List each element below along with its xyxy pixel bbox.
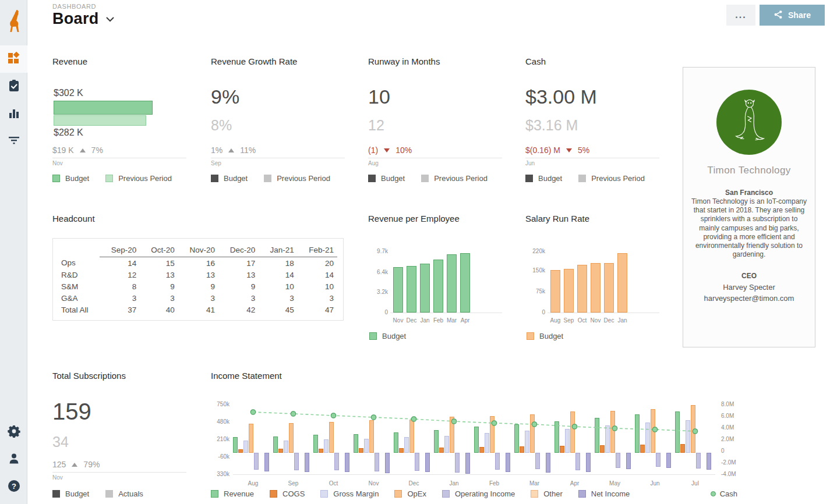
lavender-swatch: [320, 490, 328, 498]
share-button[interactable]: Share: [760, 5, 825, 26]
green_light-swatch: [105, 175, 113, 182]
legend-label: COGS: [282, 489, 305, 498]
kpi-card-runway: Runway in Months 10 12 (1)10% Aug Budget…: [368, 56, 502, 190]
right-axis-tick: 8.0M: [721, 401, 742, 407]
legend-label: Previous Period: [434, 174, 488, 183]
right-axis-tick: 6.0M: [721, 413, 742, 419]
sidebar-spacer: [0, 155, 27, 418]
purple_light-swatch: [442, 490, 450, 498]
legend-item[interactable]: Gross Margin: [320, 489, 379, 498]
green-swatch: [369, 332, 377, 340]
table-row: G&A333333: [60, 292, 337, 304]
legend-item: Previous Period: [105, 174, 172, 183]
income-statement-legend: RevenueCOGSGross MarginOpExOperating Inc…: [211, 489, 762, 498]
bar: [550, 270, 560, 313]
legend-item: Budget: [52, 174, 89, 183]
company-card: Timon Technology San Francisco Timon Tec…: [683, 67, 815, 347]
sidebar-item-reports[interactable]: [0, 100, 27, 127]
kpi-delta: $(0.16) M5%: [525, 145, 589, 155]
x-axis-label: Apr: [563, 480, 587, 487]
divider: [52, 472, 186, 473]
gray-swatch: [421, 175, 429, 182]
row-label: Ops: [60, 257, 100, 269]
table-cell: 47: [298, 304, 337, 315]
dashboard-selector[interactable]: Board: [52, 10, 114, 28]
delta-value: 125: [52, 460, 66, 469]
kpi-bar-value-previous: $282 K: [54, 127, 83, 138]
orange_pale-swatch: [531, 490, 538, 498]
app-logo[interactable]: [0, 0, 27, 45]
y-axis-tick: 75k: [525, 288, 545, 294]
table-cell: 3: [178, 292, 218, 304]
legend-item[interactable]: OpEx: [394, 489, 426, 498]
income-statement-chart: 750k480k210k-60k330k8.0M6.0M4.0M2.0M0-2.…: [211, 396, 764, 489]
sidebar-item-filters[interactable]: [0, 127, 27, 155]
bar: [393, 267, 403, 313]
sidebar-item-help[interactable]: ?: [0, 473, 27, 501]
company-city: San Francisco: [683, 189, 815, 197]
kpi-secondary-value: 12: [368, 117, 384, 134]
chart-legend: Budget: [527, 332, 563, 340]
orange_dark-swatch: [270, 490, 277, 498]
legend-item[interactable]: Budget: [369, 332, 406, 340]
previous-period-bar: [54, 115, 146, 126]
right-axis-tick: -4.0M: [721, 471, 742, 477]
y-axis-tick: 0: [525, 309, 545, 315]
table-cell: 9: [178, 281, 218, 292]
income-statement-title: Income Statement: [211, 371, 282, 381]
legend-label: Previous Period: [277, 174, 330, 183]
table-cell: 10: [259, 281, 297, 292]
table-row: R&D121313131414: [60, 269, 337, 281]
x-axis-label: Jan: [443, 480, 466, 487]
kpi-card-total-subscriptions: Total Subscriptions 159 34 12579% Nov Bu…: [52, 371, 186, 504]
legend-item[interactable]: Operating Income: [442, 489, 515, 498]
purple-swatch: [578, 490, 586, 498]
more-options-button[interactable]: ...: [726, 5, 755, 26]
legend-item[interactable]: Revenue: [211, 489, 254, 498]
table-header-row: Sep-20Oct-20Nov-20Dec-20Jan-21Feb-21: [60, 244, 337, 257]
dark-swatch: [52, 490, 60, 498]
kpi-secondary-value: 34: [52, 434, 69, 450]
right-axis-tick: 4.0M: [721, 424, 742, 431]
srr-chart-title: Salary Run Rate: [525, 214, 589, 223]
kpi-delta: (1)10%: [368, 145, 412, 155]
legend-item[interactable]: Budget: [527, 332, 563, 340]
breadcrumb: DASHBOARD: [52, 3, 96, 10]
table-cell: 17: [218, 257, 259, 269]
kpi-primary-value: 10: [368, 86, 390, 108]
left-axis-tick: 750k: [211, 401, 229, 407]
meerkat-icon: [730, 97, 768, 148]
orange-swatch: [394, 490, 402, 498]
arrow-down-icon: [566, 148, 572, 152]
table-cell: 9: [140, 281, 178, 292]
legend-item[interactable]: Net Income: [578, 489, 630, 498]
kpi-title: Revenue Growth Rate: [211, 56, 345, 66]
dashboard-icon: [8, 52, 20, 66]
y-axis-tick: 9.7k: [368, 248, 388, 254]
kpi-card-revenue-growth-rate: Revenue Growth Rate 9% 8% 1%11% Sep Budg…: [211, 56, 345, 190]
legend-item[interactable]: COGS: [270, 489, 305, 498]
column-header: Sep-20: [100, 244, 140, 257]
arrow-up-icon: [72, 463, 77, 467]
row-label: S&M: [60, 281, 100, 292]
legend-item: Previous Period: [421, 174, 488, 183]
legend-item-cash[interactable]: Cash: [711, 489, 737, 498]
arrow-down-icon: [384, 148, 390, 152]
y-axis-tick: 0: [368, 309, 388, 315]
delta-value: $19 K: [52, 145, 74, 155]
table-cell: 9: [218, 281, 259, 292]
share-icon: [774, 10, 783, 21]
legend-item: Budget: [52, 489, 89, 498]
kpi-month: Sep: [211, 160, 221, 166]
sidebar-item-tasks[interactable]: [0, 73, 27, 100]
delta-percent: 79%: [83, 460, 100, 469]
sidebar-item-dashboards[interactable]: [0, 45, 27, 73]
x-axis-label: Feb: [483, 480, 506, 487]
sidebar-item-settings[interactable]: [0, 418, 27, 446]
legend-item[interactable]: Other: [531, 489, 563, 498]
table-cell: 8: [100, 281, 140, 292]
sidebar-item-profile[interactable]: [0, 446, 27, 473]
y-axis-tick: 220k: [525, 248, 545, 254]
x-axis-label: Mar: [523, 480, 546, 487]
kpi-month: Nov: [52, 474, 63, 481]
